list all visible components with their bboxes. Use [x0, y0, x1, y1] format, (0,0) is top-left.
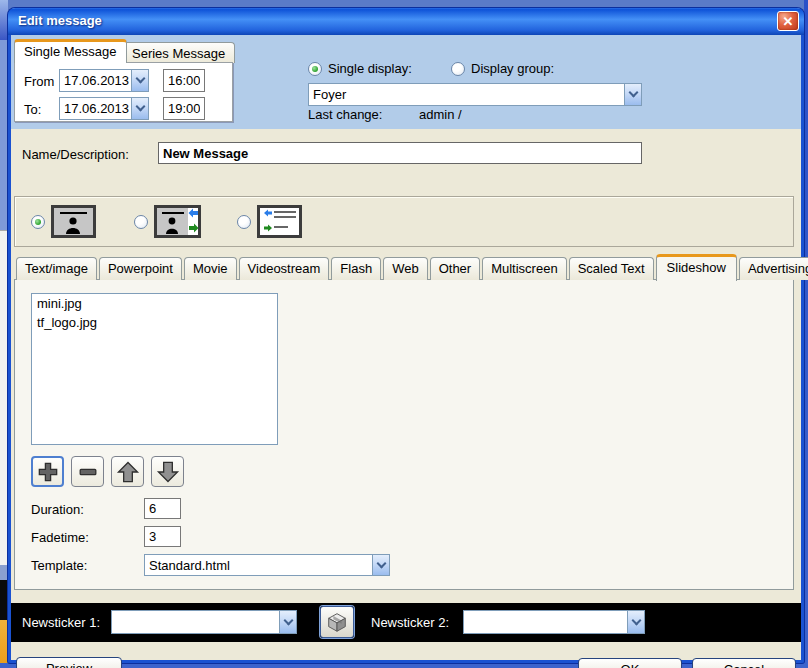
chevron-down-icon [135, 74, 145, 84]
slideshow-panel: mini.jpg tf_logo.jpg [14, 279, 794, 590]
tab-flash[interactable]: Flash [331, 257, 381, 280]
tab-label: Multiscreen [491, 261, 557, 276]
tab-label: Movie [193, 261, 228, 276]
from-date-dropdown-button[interactable] [131, 70, 148, 91]
single-display-label[interactable]: Single display: [328, 61, 412, 76]
newsticker-package-button[interactable] [320, 606, 354, 638]
arrow-up-icon [114, 459, 142, 485]
close-button[interactable]: ✕ [777, 11, 799, 31]
chevron-down-icon [376, 558, 386, 568]
newsticker1-value[interactable] [112, 611, 279, 633]
titlebar: Edit message ✕ [8, 8, 804, 35]
tab-slideshow[interactable]: Slideshow [656, 254, 737, 281]
tab-movie[interactable]: Movie [184, 257, 237, 280]
tab-single-message-label: Single Message [24, 44, 117, 59]
newsticker2-dropdown-button[interactable] [627, 611, 644, 633]
newsticker1-combo[interactable] [111, 610, 297, 634]
tab-series-message[interactable]: Series Message [122, 42, 235, 63]
type-ticker-radio[interactable] [237, 215, 251, 229]
fadetime-label: Fadetime: [31, 530, 89, 545]
tab-powerpoint[interactable]: Powerpoint [99, 257, 182, 280]
from-date-combo[interactable]: 17.06.2013 [59, 69, 149, 92]
tab-label: Slideshow [667, 260, 726, 275]
single-display-radio[interactable] [308, 62, 322, 76]
template-value[interactable]: Standard.html [145, 555, 372, 575]
edit-message-dialog: Edit message ✕ Single Message Series Mes… [8, 8, 804, 663]
newsticker2-value[interactable] [464, 611, 627, 633]
close-icon: ✕ [783, 15, 794, 28]
minus-icon [74, 459, 102, 485]
window-title: Edit message [18, 13, 102, 28]
tab-scaled-text[interactable]: Scaled Text [569, 257, 654, 280]
chevron-down-icon [628, 88, 638, 98]
schedule-section: Single Message Series Message From 17.06… [11, 35, 801, 129]
to-date-value[interactable]: 17.06.2013 [60, 98, 131, 119]
last-change-label: Last change: [308, 107, 382, 122]
name-description-input[interactable] [158, 142, 642, 164]
display-select-value[interactable]: Foyer [309, 84, 624, 105]
tab-text-image[interactable]: Text/image [16, 257, 97, 280]
template-dropdown-button[interactable] [372, 555, 389, 575]
display-group-radio[interactable] [451, 62, 465, 76]
newsticker1-dropdown-button[interactable] [279, 611, 296, 633]
arrow-down-icon [154, 459, 182, 485]
template-combo[interactable]: Standard.html [144, 554, 390, 576]
tab-label: Other [439, 261, 472, 276]
from-date-value[interactable]: 17.06.2013 [60, 70, 131, 91]
move-down-button[interactable] [151, 456, 184, 487]
tab-label: Advertising Block [748, 261, 808, 276]
add-file-button[interactable] [31, 456, 64, 487]
cancel-button[interactable]: Cancel [692, 658, 796, 668]
tab-label: Powerpoint [108, 261, 173, 276]
ok-button[interactable]: OK [578, 658, 682, 668]
name-description-label: Name/Description: [22, 147, 129, 162]
tab-series-message-label: Series Message [132, 46, 225, 61]
last-change-value: admin / [419, 107, 462, 122]
content-tab-strip: Text/image Powerpoint Movie Videostream … [16, 254, 808, 280]
display-select-dropdown-button[interactable] [624, 84, 641, 105]
duration-input[interactable] [144, 498, 181, 519]
plus-icon [34, 459, 62, 485]
chevron-down-icon [283, 615, 293, 625]
list-item[interactable]: mini.jpg [32, 294, 277, 313]
display-with-arrows-icon[interactable] [154, 205, 201, 238]
background-window-left-strip [0, 0, 8, 668]
to-label: To: [24, 102, 41, 117]
tab-other[interactable]: Other [430, 257, 481, 280]
tab-label: Text/image [25, 261, 88, 276]
tab-web[interactable]: Web [383, 257, 428, 280]
to-date-dropdown-button[interactable] [131, 98, 148, 119]
newsticker-bar: Newsticker 1: Newsticker 2: [11, 603, 801, 642]
tab-advertising-block[interactable]: Advertising Block [739, 257, 808, 280]
type-display-ticker-radio[interactable] [134, 215, 148, 229]
newsticker2-combo[interactable] [463, 610, 645, 634]
tab-label: Web [392, 261, 419, 276]
to-date-combo[interactable]: 17.06.2013 [59, 97, 149, 120]
tab-multiscreen[interactable]: Multiscreen [482, 257, 566, 280]
from-label: From [24, 74, 54, 89]
package-icon [325, 610, 349, 634]
slideshow-file-list[interactable]: mini.jpg tf_logo.jpg [31, 293, 278, 445]
from-time-input[interactable] [163, 69, 205, 92]
display-select-combo[interactable]: Foyer [308, 83, 642, 106]
type-display-radio[interactable] [31, 215, 45, 229]
move-up-button[interactable] [111, 456, 144, 487]
newsticker2-label: Newsticker 2: [371, 615, 449, 630]
display-message-icon[interactable] [51, 205, 96, 238]
tab-videostream[interactable]: Videostream [239, 257, 330, 280]
tab-label: Scaled Text [578, 261, 645, 276]
fadetime-input[interactable] [144, 526, 181, 547]
to-time-input[interactable] [163, 97, 205, 120]
preview-button[interactable]: Preview [16, 657, 122, 668]
list-item[interactable]: tf_logo.jpg [32, 313, 277, 332]
duration-label: Duration: [31, 502, 84, 517]
schedule-panel: From 17.06.2013 To: 17.06.2013 [14, 62, 233, 122]
display-group-label[interactable]: Display group: [471, 61, 554, 76]
chevron-down-icon [631, 615, 641, 625]
newsticker1-label: Newsticker 1: [22, 615, 100, 630]
remove-file-button[interactable] [71, 456, 104, 487]
message-type-row [14, 196, 794, 247]
ticker-list-icon[interactable] [257, 205, 302, 238]
tab-single-message[interactable]: Single Message [14, 39, 127, 63]
tab-label: Flash [340, 261, 372, 276]
